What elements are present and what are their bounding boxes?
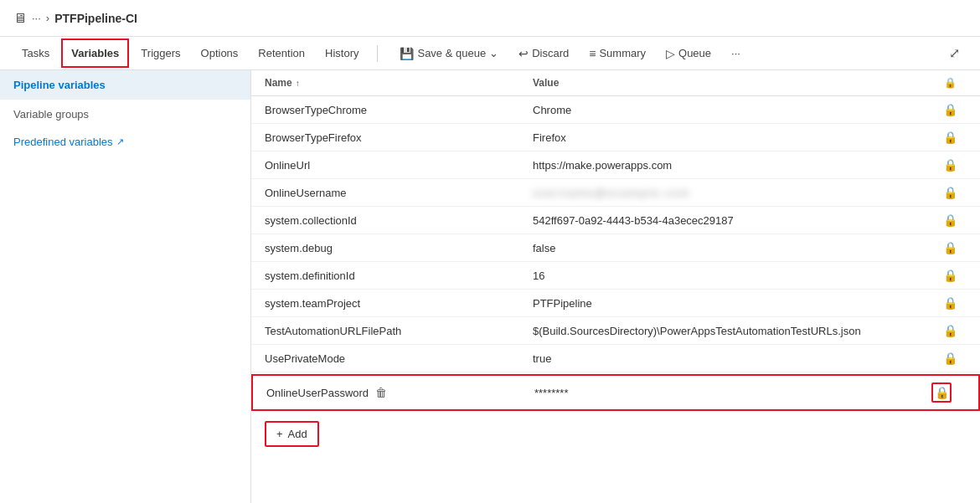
var-name: TestAutomationURLFilePath (265, 325, 401, 337)
lock-icon[interactable]: 🔒 (943, 213, 957, 227)
var-name: BrowserTypeFirefox (265, 131, 362, 144)
table-row: system.teamProject 🗑 PTFPipeline 🔒 (251, 290, 980, 317)
discard-button[interactable]: ↩ Discard (510, 43, 577, 64)
add-label: Add (288, 428, 307, 440)
delete-icon[interactable]: 🗑 (375, 386, 387, 399)
expand-button[interactable]: ⤢ (942, 42, 967, 64)
sidebar: Pipeline variables Variable groups Prede… (0, 70, 251, 503)
header-lock: 🔒 (933, 77, 967, 89)
page-title: PTFPipeline-CI (54, 12, 137, 25)
sidebar-item-pipeline-variables[interactable]: Pipeline variables (0, 70, 250, 100)
add-variable-button[interactable]: + Add (265, 421, 319, 447)
nav-actions: 💾 Save & queue ⌄ ↩ Discard ≡ Summary ▷ Q… (391, 43, 748, 64)
var-name: OnlineUsername (265, 187, 347, 199)
main-content: Pipeline variables Variable groups Prede… (0, 70, 980, 503)
var-name: OnlineUrl (265, 159, 310, 172)
cell-name: BrowserTypeFirefox 🗑 (265, 131, 533, 144)
lock-icon[interactable]: 🔒 (943, 241, 957, 254)
lock-icon[interactable]: 🔒 (943, 158, 957, 172)
table-row-highlighted: OnlineUserPassword 🗑 ******** 🔒 (251, 374, 980, 411)
lock-icon[interactable]: 🔒 (943, 324, 957, 337)
cell-value: 16 (533, 269, 933, 282)
breadcrumb-dots[interactable]: ··· (32, 12, 41, 24)
lock-icon[interactable]: 🔒 (943, 269, 957, 282)
table-row: OnlineUsername 🗑 username@example.com 🔒 (251, 179, 980, 207)
table-row: system.definitionId 🗑 16 🔒 (251, 262, 980, 290)
summary-button[interactable]: ≡ Summary (580, 43, 654, 64)
predefined-variables-link[interactable]: Predefined variables ↗ (0, 129, 250, 155)
top-bar: 🖥 ··· › PTFPipeline-CI (0, 0, 980, 37)
cell-lock: 🔒 (933, 324, 967, 337)
variables-table-area: Name ↑ Value 🔒 BrowserTypeChrome 🗑 Chrom… (251, 70, 980, 503)
cell-lock: 🔒 (933, 186, 967, 199)
cell-value: PTFPipeline (533, 297, 933, 310)
header-value: Value (533, 77, 933, 89)
cell-lock: 🔒 (933, 213, 967, 227)
save-icon: 💾 (400, 47, 414, 60)
more-button[interactable]: ··· (723, 43, 749, 64)
tab-history[interactable]: History (317, 40, 367, 66)
var-name: OnlineUserPassword (266, 387, 369, 399)
discard-icon: ↩ (518, 47, 529, 60)
discard-label: Discard (532, 47, 569, 59)
cell-name: UsePrivateMode 🗑 (265, 352, 533, 365)
summary-label: Summary (599, 47, 646, 59)
variable-groups-label: Variable groups (13, 108, 89, 121)
lock-outline-icon[interactable]: 🔒 (931, 382, 952, 403)
cell-name: OnlineUserPassword 🗑 (266, 386, 534, 399)
lock-icon[interactable]: 🔒 (943, 131, 957, 144)
var-name: system.teamProject (265, 297, 360, 310)
cell-lock: 🔒 (933, 269, 967, 282)
lock-icon[interactable]: 🔒 (943, 186, 957, 199)
var-name: system.debug (265, 242, 333, 254)
masked-password: ******** (534, 387, 568, 399)
cell-name: OnlineUsername 🗑 (265, 186, 533, 199)
tab-options[interactable]: Options (193, 40, 247, 66)
external-link-icon: ↗ (116, 136, 124, 147)
var-name: BrowserTypeChrome (265, 104, 367, 116)
queue-button[interactable]: ▷ Queue (658, 43, 720, 64)
cell-name: system.debug 🗑 (265, 241, 533, 254)
var-name: system.collectionId (265, 214, 357, 227)
cell-lock: 🔒 (933, 241, 967, 254)
cell-name: BrowserTypeChrome 🗑 (265, 103, 533, 116)
table-header: Name ↑ Value 🔒 (251, 70, 980, 96)
header-value-label: Value (533, 77, 559, 89)
queue-label: Queue (678, 47, 711, 59)
var-name: system.definitionId (265, 269, 355, 282)
tab-variables[interactable]: Variables (61, 38, 129, 68)
dropdown-arrow-icon: ⌄ (489, 47, 498, 59)
table-row: OnlineUrl 🗑 https://make.powerapps.com 🔒 (251, 151, 980, 179)
cell-name: TestAutomationURLFilePath 🗑 (265, 324, 533, 337)
tab-retention[interactable]: Retention (250, 40, 313, 66)
tab-triggers[interactable]: Triggers (132, 40, 188, 66)
var-name: UsePrivateMode (265, 352, 345, 365)
more-icon: ··· (731, 47, 740, 59)
tab-tasks[interactable]: Tasks (13, 40, 58, 66)
cell-value: false (533, 242, 933, 254)
queue-icon: ▷ (666, 47, 675, 60)
lock-icon[interactable]: 🔒 (943, 103, 957, 116)
sort-arrow-icon: ↑ (296, 79, 300, 88)
nav-divider (377, 45, 378, 62)
lock-icon[interactable]: 🔒 (943, 352, 957, 365)
table-row: UsePrivateMode 🗑 true 🔒 (251, 345, 980, 372)
cell-name: system.definitionId 🗑 (265, 269, 533, 282)
cell-lock: 🔒 (933, 131, 967, 144)
cell-value: $(Build.SourcesDirectory)\PowerAppsTestA… (533, 325, 933, 337)
cell-value: Chrome (533, 104, 933, 116)
lock-header-icon: 🔒 (944, 77, 957, 89)
cell-value: 542ff697-0a92-4443-b534-4a3ecec29187 (533, 214, 933, 227)
cell-lock[interactable]: 🔒 (931, 382, 965, 403)
masked-value: username@example.com (533, 187, 690, 199)
save-queue-button[interactable]: 💾 Save & queue ⌄ (391, 43, 507, 64)
pipeline-variables-label: Pipeline variables (13, 79, 106, 91)
save-queue-label: Save & queue (417, 47, 486, 59)
cell-lock: 🔒 (933, 103, 967, 116)
sidebar-item-variable-groups[interactable]: Variable groups (0, 100, 250, 129)
breadcrumb-chevron: › (46, 12, 49, 24)
cell-lock: 🔒 (933, 296, 967, 310)
cell-name: system.collectionId 🗑 (265, 213, 533, 227)
lock-icon[interactable]: 🔒 (943, 296, 957, 310)
cell-name: system.teamProject 🗑 (265, 296, 533, 310)
